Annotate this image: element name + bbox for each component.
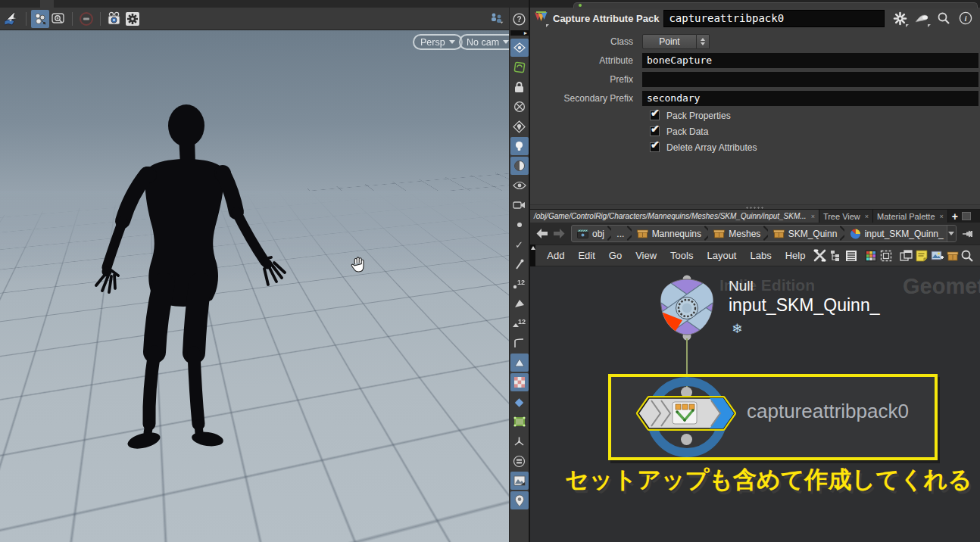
new-tab-button[interactable]: +	[948, 210, 962, 223]
point-marker-icon[interactable]	[510, 216, 529, 234]
tab-material-palette[interactable]: Material Palette×	[873, 210, 948, 223]
shaded-display-icon[interactable]	[510, 354, 529, 372]
menu-add[interactable]: Add	[540, 250, 571, 261]
lock-icon[interactable]	[510, 78, 529, 96]
no-render-icon[interactable]	[77, 10, 95, 28]
capture-node-shape[interactable]	[636, 395, 736, 431]
multi-user-icon[interactable]	[488, 10, 506, 28]
menu-tools[interactable]: Tools	[663, 250, 700, 261]
box-display-icon[interactable]	[947, 248, 959, 263]
persp-view-button[interactable]: Persp	[413, 34, 463, 50]
close-icon[interactable]: ×	[811, 213, 815, 220]
point-trails-icon[interactable]	[510, 255, 529, 273]
tab-tree-view[interactable]: Tree View×	[819, 210, 873, 223]
close-icon[interactable]: ×	[865, 213, 869, 220]
secondary-prefix-field[interactable]: secondary	[642, 91, 978, 106]
image-add-icon[interactable]	[931, 248, 944, 263]
node-type-icon[interactable]	[534, 11, 548, 26]
pane-stow-handle[interactable]	[530, 245, 535, 266]
breadcrumb-item-input-skm-quinn[interactable]: input_SKM_Quinn_	[844, 226, 947, 241]
view-location-icon[interactable]	[510, 491, 529, 509]
pack-properties-checkbox[interactable]: ✔	[650, 111, 660, 120]
secondary-prefix-label: Secondary Prefix	[530, 93, 642, 104]
material-diamond-icon[interactable]: ◆	[510, 393, 529, 411]
point-normals-icon[interactable]: ✓	[510, 235, 529, 254]
snap-mode-icon[interactable]	[510, 58, 529, 76]
path-dropdown-button[interactable]	[947, 226, 956, 241]
search-icon[interactable]	[935, 10, 952, 26]
pack-data-checkbox[interactable]: ✔	[650, 126, 660, 136]
headlight-off-icon[interactable]	[510, 98, 529, 116]
breadcrumb-separator	[607, 226, 611, 241]
normal-lighting-icon[interactable]	[510, 117, 529, 136]
menu-edit[interactable]: Edit	[571, 250, 601, 261]
breadcrumb-item-mannequins[interactable]: Mannequins	[632, 226, 704, 241]
windows-overlap-icon[interactable]	[900, 248, 913, 263]
pin-icon[interactable]	[961, 226, 976, 241]
toolbar-collapse-handle[interactable]: ►	[510, 30, 529, 36]
visibility-eye-icon[interactable]	[510, 176, 529, 195]
class-spinner[interactable]	[697, 34, 710, 49]
capture-node-name-label[interactable]: captureattribpack0	[747, 400, 909, 423]
axis-icon[interactable]	[510, 432, 529, 450]
mannequin-silhouette[interactable]	[76, 91, 333, 484]
menu-layout[interactable]: Layout	[700, 250, 743, 261]
info-icon[interactable]: i	[957, 10, 974, 26]
high-quality-lighting-icon[interactable]	[510, 137, 529, 155]
network-editor[interactable]: Indie Edition Geometry Null input_SKM_Qu…	[530, 266, 980, 542]
color-palette-icon[interactable]	[865, 248, 877, 263]
texture-display-icon[interactable]	[510, 373, 529, 391]
toolbar-separator	[26, 12, 27, 26]
delete-array-attributes-checkbox[interactable]: ✔	[650, 142, 660, 152]
group-list-icon[interactable]	[510, 452, 529, 470]
close-icon[interactable]: ×	[940, 213, 944, 220]
menu-help[interactable]: Help	[779, 250, 813, 261]
menu-view[interactable]: View	[629, 250, 663, 261]
list-view-icon[interactable]	[845, 248, 857, 263]
tab-options-button[interactable]	[962, 212, 971, 220]
flipbook-icon[interactable]	[105, 10, 123, 28]
camera-select-button[interactable]: No cam	[459, 34, 509, 50]
sticky-note-icon[interactable]	[916, 248, 928, 263]
primitive-numbers-icon[interactable]: 12	[510, 314, 529, 332]
viewport-settings-gear-icon[interactable]	[123, 10, 142, 28]
background-image-icon[interactable]	[510, 472, 529, 490]
breadcrumb-item-meshes[interactable]: Meshes	[708, 226, 763, 241]
uv-overlay-icon[interactable]	[510, 413, 529, 431]
node-name-field[interactable]: captureattribpack0	[663, 10, 885, 27]
select-tool-icon[interactable]	[3, 10, 21, 28]
display-options-toolbar: ? ► ✓ 12 12 ◆	[509, 8, 529, 542]
tree-structure-icon[interactable]	[829, 248, 841, 263]
brush-icon[interactable]	[913, 10, 930, 26]
breadcrumb-item-ellipsis[interactable]: ...	[611, 226, 627, 241]
gear-menu-icon[interactable]	[891, 10, 908, 26]
select-objects-mode-button[interactable]	[31, 10, 49, 28]
tab-network-path[interactable]: /obj/Game/ControlRig/Characters/Mannequi…	[530, 210, 819, 223]
forward-button[interactable]	[551, 226, 566, 241]
breadcrumb-item-skm-quinn[interactable]: SKM_Quinn	[768, 226, 841, 241]
secure-selection-button[interactable]	[49, 10, 67, 28]
help-icon[interactable]: ?	[510, 10, 529, 28]
camera-view-icon[interactable]	[510, 196, 529, 214]
menu-go[interactable]: Go	[602, 250, 629, 261]
class-dropdown[interactable]: Point	[642, 34, 710, 49]
output-connector[interactable]	[681, 434, 692, 445]
tools-crossed-icon[interactable]	[813, 248, 826, 263]
attribute-field[interactable]: boneCapture	[642, 53, 978, 68]
point-numbers-icon[interactable]: 12	[510, 275, 529, 293]
back-button[interactable]	[534, 226, 549, 241]
flat-shading-icon[interactable]	[510, 294, 529, 313]
class-value[interactable]: Point	[642, 34, 697, 49]
null-node-icon[interactable]	[654, 275, 720, 341]
network-search-icon[interactable]	[960, 248, 974, 263]
network-box-icon[interactable]	[880, 248, 892, 263]
prefix-field[interactable]	[642, 72, 978, 87]
curve-hull-icon[interactable]	[510, 334, 529, 352]
scene-view-icon[interactable]	[510, 39, 529, 57]
null-node-name-label[interactable]: input_SKM_Quinn_	[729, 295, 879, 316]
menu-labs[interactable]: Labs	[743, 250, 778, 261]
pane-splitter[interactable]	[530, 204, 980, 210]
shadows-icon[interactable]	[510, 157, 529, 175]
viewport-3d[interactable]: Persp No cam	[0, 30, 509, 542]
breadcrumb-item-obj[interactable]: obj	[572, 226, 607, 241]
